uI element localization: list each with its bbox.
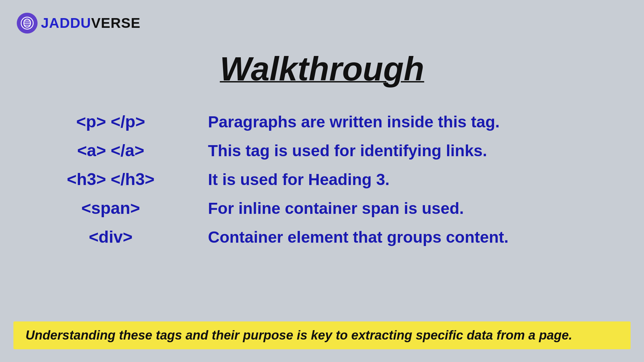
- content-row-a: <a> </a> This tag is used for identifyin…: [27, 136, 617, 165]
- logo-icon: [17, 13, 38, 34]
- tag-span: <span>: [27, 198, 195, 218]
- content-row-p: <p> </p> Paragraphs are written inside t…: [27, 107, 617, 136]
- tag-div: <div>: [27, 227, 195, 247]
- footer-text: Understanding these tags and their purpo…: [25, 328, 572, 342]
- desc-a: This tag is used for identifying links.: [195, 141, 617, 160]
- logo-jaddu: JADDU: [41, 15, 91, 31]
- logo-text: JADDUVERSE: [41, 15, 141, 31]
- content-area: <p> </p> Paragraphs are written inside t…: [27, 107, 617, 251]
- tag-h3: <h3> </h3>: [27, 170, 195, 189]
- logo-area: JADDUVERSE: [17, 13, 141, 34]
- content-row-h3: <h3> </h3> It is used for Heading 3.: [27, 165, 617, 194]
- footer-bar: Understanding these tags and their purpo…: [13, 321, 631, 349]
- desc-p: Paragraphs are written inside this tag.: [195, 113, 617, 131]
- content-row-span: <span> For inline container span is used…: [27, 194, 617, 223]
- tag-a: <a> </a>: [27, 141, 195, 160]
- desc-span: For inline container span is used.: [195, 199, 617, 218]
- tag-p: <p> </p>: [27, 112, 195, 131]
- page-title: Walkthrough: [0, 50, 644, 88]
- content-row-div: <div> Container element that groups cont…: [27, 223, 617, 251]
- logo-verse: VERSE: [91, 15, 141, 31]
- desc-h3: It is used for Heading 3.: [195, 170, 617, 189]
- desc-div: Container element that groups content.: [195, 228, 617, 246]
